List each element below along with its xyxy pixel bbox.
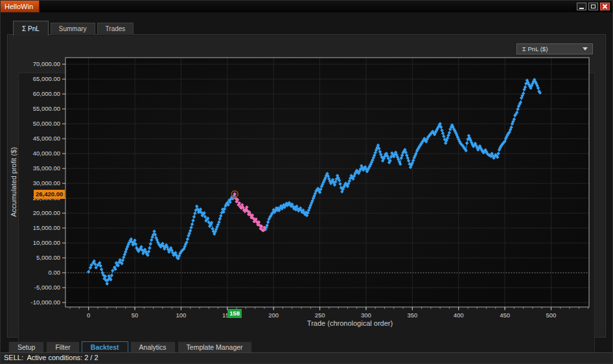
series-dropdown-value: Σ PnL ($) — [522, 44, 548, 54]
tab-trades[interactable]: Trades — [97, 23, 134, 35]
window-controls — [577, 3, 610, 10]
close-button[interactable] — [600, 3, 610, 10]
status-text: SELL: Active conditions: 2 / 2 — [4, 354, 98, 361]
window-title: HelloWin — [1, 1, 40, 12]
status-bar: SELL: Active conditions: 2 / 2 — [1, 352, 612, 363]
title-bar[interactable]: HelloWin — [1, 1, 612, 12]
chevron-down-icon — [583, 47, 588, 51]
maximize-icon — [591, 5, 596, 8]
app-window: HelloWin Σ PnLSummaryTrades 050100150200… — [0, 0, 613, 364]
tab-summary[interactable]: Summary — [51, 23, 95, 35]
marked-trade-label: 158 — [227, 309, 242, 318]
maximize-button[interactable] — [588, 3, 598, 10]
series-dropdown[interactable]: Σ PnL ($) — [516, 43, 593, 54]
tab-pnl[interactable]: Σ PnL — [13, 21, 49, 36]
close-icon — [602, 4, 608, 10]
top-tab-strip: Σ PnLSummaryTrades — [13, 21, 133, 35]
marked-value-label: 26,420.00 — [34, 190, 65, 199]
plot-area[interactable] — [65, 58, 589, 307]
y-axis-title: Accumulated profit ($) — [10, 147, 17, 217]
minimize-button[interactable] — [577, 3, 586, 10]
x-axis-title: Trade (chronological order) — [307, 319, 393, 327]
minimize-icon — [579, 8, 584, 9]
